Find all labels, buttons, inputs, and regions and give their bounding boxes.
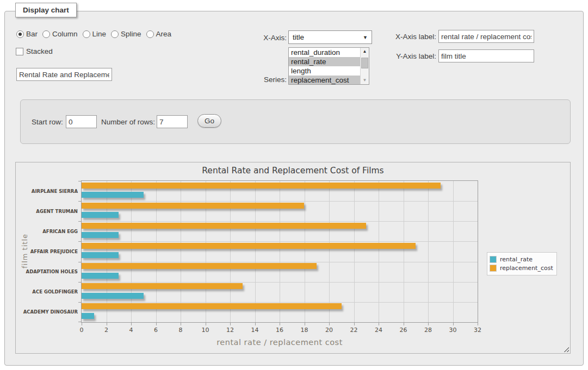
x-tick-label-16: 16 [269, 327, 290, 334]
x-tick-label-8: 8 [170, 327, 191, 334]
x-tick-mark-18 [305, 323, 305, 325]
x-tick-label-18: 18 [294, 327, 315, 334]
go-button[interactable]: Go [197, 114, 221, 128]
scrollbar[interactable]: ▲ ▼ [360, 48, 369, 84]
legend-label-rental_rate: rental_rate [500, 256, 533, 263]
chart-container: Rental Rate and Replacement Cost of Film… [15, 162, 571, 354]
y-axis-label-label: Y-Axis label: [388, 52, 436, 60]
series-option-rental_duration[interactable]: rental_duration [289, 48, 360, 57]
series-option-replacement_cost[interactable]: replacement_cost [289, 76, 360, 84]
chart-type-option-bar[interactable]: Bar [16, 30, 38, 38]
start-row-input[interactable] [66, 115, 97, 128]
category-label-adaptation-holes: ADAPTATION HOLES [17, 269, 78, 274]
chart-title: Rental Rate and Replacement Cost of Film… [16, 166, 570, 175]
bar-replacement_cost-academy-dinosaur [82, 303, 342, 309]
series-list-label: Series: [254, 76, 287, 84]
x-axis-title: rental rate / replacement cost [82, 338, 478, 347]
x-tick-label-32: 32 [467, 327, 488, 334]
category-label-african-egg: AFRICAN EGG [17, 229, 78, 234]
y-axis-label-input[interactable] [438, 49, 534, 62]
x-tick-mark-4 [131, 323, 132, 325]
bar-rental_rate-affair-prejudice [82, 252, 119, 258]
gridline-x-28 [428, 181, 429, 322]
x-tick-label-6: 6 [145, 327, 167, 334]
x-tick-label-0: 0 [71, 327, 92, 334]
y-tick-mark-0 [78, 181, 81, 181]
stacked-checkbox-row: Stacked [16, 47, 53, 55]
series-listbox[interactable]: rental_durationrental_ratelengthreplacem… [288, 47, 369, 85]
chart-type-option-column[interactable]: Column [42, 30, 78, 38]
gridline-y-5 [82, 282, 478, 283]
gridline-y-1 [82, 201, 478, 202]
bar-replacement_cost-agent-truman [82, 203, 304, 209]
radio-button-spline[interactable] [111, 30, 119, 38]
y-tick-mark-5 [78, 282, 81, 283]
scroll-down-icon[interactable]: ▼ [361, 77, 369, 84]
number-of-rows-input[interactable] [157, 115, 188, 128]
radio-label-bar: Bar [26, 30, 38, 38]
x-tick-mark-12 [230, 323, 231, 325]
x-tick-label-2: 2 [96, 327, 117, 334]
bar-rental_rate-ace-goldfinger [82, 293, 144, 299]
x-axis-label-input[interactable] [438, 30, 534, 43]
y-tick-mark-1 [78, 201, 81, 202]
radio-label-spline: Spline [121, 30, 141, 38]
x-tick-mark-32 [478, 323, 478, 325]
x-tick-mark-0 [82, 323, 82, 325]
gridline-x-20 [329, 181, 330, 322]
x-tick-mark-26 [404, 323, 404, 325]
legend-entry-rental_rate: rental_rate [490, 256, 553, 263]
resize-handle-icon[interactable] [562, 346, 569, 352]
y-tick-mark-6 [78, 302, 81, 303]
x-tick-label-10: 10 [195, 327, 216, 334]
x-axis-select[interactable]: title ▼ [288, 30, 372, 44]
bar-replacement_cost-affair-prejudice [82, 243, 416, 249]
gridline-y-6 [82, 302, 478, 303]
bar-rental_rate-airplane-sierra [82, 192, 144, 198]
x-tick-label-12: 12 [219, 327, 241, 334]
scrollbar-thumb[interactable] [361, 58, 368, 68]
bar-rental_rate-academy-dinosaur [82, 313, 94, 319]
x-tick-mark-28 [428, 323, 429, 325]
series-option-rental_rate[interactable]: rental_rate [289, 57, 360, 66]
category-label-airplane-sierra: AIRPLANE SIERRA [17, 189, 78, 194]
x-tick-mark-16 [280, 323, 280, 325]
category-label-ace-goldfinger: ACE GOLDFINGER [17, 289, 78, 294]
bar-replacement_cost-ace-goldfinger [82, 283, 243, 289]
x-tick-label-20: 20 [318, 327, 340, 334]
radio-button-line[interactable] [83, 30, 90, 38]
legend-entry-replacement_cost: replacement_cost [490, 265, 553, 272]
series-option-length[interactable]: length [289, 66, 360, 76]
stacked-checkbox[interactable] [16, 48, 23, 55]
gridline-x-26 [404, 181, 404, 322]
radio-button-column[interactable] [42, 30, 50, 38]
series-options: rental_durationrental_ratelengthreplacem… [289, 48, 360, 84]
x-axis-select-label: X-Axis: [254, 34, 287, 42]
category-label-agent-truman: AGENT TRUMAN [17, 209, 78, 214]
chart-title-input[interactable] [16, 68, 112, 81]
radio-button-bar[interactable] [16, 30, 24, 38]
x-tick-mark-8 [181, 323, 181, 325]
gridline-x-22 [354, 181, 355, 322]
fieldset-legend: Display chart [15, 3, 77, 17]
scroll-up-icon[interactable]: ▲ [361, 48, 369, 55]
x-tick-label-4: 4 [120, 327, 142, 334]
chart-type-option-line[interactable]: Line [83, 30, 107, 38]
x-tick-mark-10 [206, 323, 206, 325]
y-tick-mark-2 [78, 221, 81, 222]
legend-swatch-replacement_cost [490, 265, 497, 272]
x-tick-label-30: 30 [442, 327, 464, 334]
x-tick-mark-2 [107, 323, 107, 325]
chart-type-option-area[interactable]: Area [146, 30, 172, 38]
number-of-rows-label: Number of rows: [101, 118, 155, 126]
x-tick-mark-14 [255, 323, 256, 325]
x-tick-label-28: 28 [417, 327, 439, 334]
radio-button-area[interactable] [146, 30, 154, 38]
chart-type-option-spline[interactable]: Spline [111, 30, 141, 38]
chevron-down-icon: ▼ [363, 35, 368, 40]
plot-area: rental rate / replacement cost 024681012… [81, 180, 478, 323]
bar-replacement_cost-african-egg [82, 223, 366, 229]
legend-swatch-rental_rate [490, 256, 497, 263]
start-row-label: Start row: [32, 118, 63, 126]
x-axis-select-value: title [293, 33, 304, 41]
